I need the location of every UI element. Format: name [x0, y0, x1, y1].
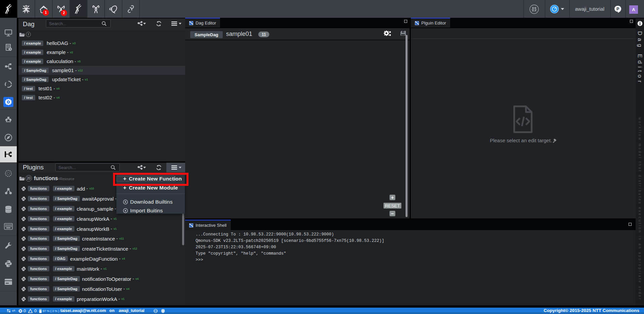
svg-text:P: P — [616, 7, 619, 11]
